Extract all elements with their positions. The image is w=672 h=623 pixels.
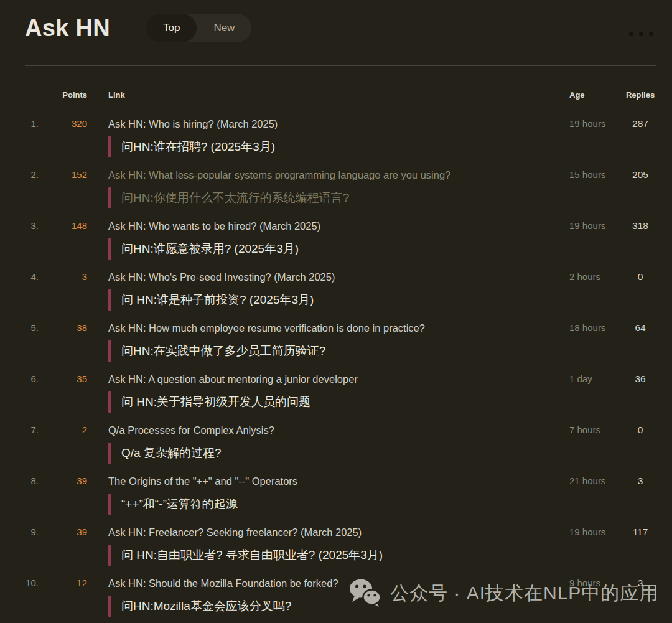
story-row: 2. 152 Ask HN: What less-popular systems… xyxy=(0,157,672,208)
story-replies-count[interactable]: 3 xyxy=(624,576,656,591)
story-points: 320 xyxy=(39,116,87,131)
story-age: 15 hours xyxy=(569,167,624,182)
story-points: 39 xyxy=(39,525,87,540)
translation-text: 问 HN:谁是种子前投资? (2025年3月) xyxy=(121,289,314,311)
story-age: 19 hours xyxy=(569,525,624,540)
story-title-link[interactable]: Ask HN: How much employee resume verific… xyxy=(108,321,569,335)
story-row: 9. 39 Ask HN: Freelancer? Seeking freela… xyxy=(0,515,672,566)
story-rank: 8. xyxy=(25,474,39,489)
story-rank: 2. xyxy=(25,167,39,182)
story-title-link[interactable]: Ask HN: A question about mentoring a jun… xyxy=(108,372,569,386)
story-translation: 问HN:在实践中做了多少员工简历验证? xyxy=(108,340,569,362)
story-replies-count[interactable]: 0 xyxy=(624,423,656,438)
story-row: 6. 35 Ask HN: A question about mentoring… xyxy=(0,362,672,413)
translation-accent-bar xyxy=(108,136,111,157)
story-age: 9 hours xyxy=(569,576,624,591)
ask-hn-app: Ask HN Top New Points Link Age Replies 1… xyxy=(0,0,672,617)
translation-text: Q/a 复杂解的过程? xyxy=(121,443,221,464)
dot-icon xyxy=(639,32,643,36)
story-rank: 9. xyxy=(25,525,39,540)
translation-text: 问HN:谁愿意被录用? (2025年3月) xyxy=(121,238,299,260)
story-translation: 问HN:谁在招聘? (2025年3月) xyxy=(108,136,569,157)
tab-new[interactable]: New xyxy=(197,14,251,42)
story-row: 8. 39 The Origins of the "++" and "--" O… xyxy=(0,464,672,515)
story-replies-count[interactable]: 205 xyxy=(624,167,656,182)
story-row: 7. 2 Q/a Processes for Complex Anlysis? … xyxy=(0,413,672,464)
translation-accent-bar xyxy=(108,391,111,413)
story-translation: 问HN:你使用什么不太流行的系统编程语言? xyxy=(108,187,569,208)
dot-icon xyxy=(649,32,653,36)
story-rank: 1. xyxy=(25,116,39,131)
translation-accent-bar xyxy=(108,238,111,260)
translation-accent-bar xyxy=(108,443,111,464)
story-row: 4. 3 Ask HN: Who's Pre-seed Investing? (… xyxy=(0,260,672,311)
story-title-link[interactable]: Q/a Processes for Complex Anlysis? xyxy=(108,423,569,438)
translation-accent-bar xyxy=(108,340,111,362)
story-rank: 4. xyxy=(25,269,39,284)
dot-icon xyxy=(629,32,633,36)
story-translation: 问HN:谁愿意被录用? (2025年3月) xyxy=(108,238,569,260)
story-age: 7 hours xyxy=(569,423,624,438)
story-replies-count[interactable]: 0 xyxy=(624,269,656,284)
column-header-replies: Replies xyxy=(624,90,656,100)
story-replies-count[interactable]: 318 xyxy=(624,218,656,233)
story-age: 21 hours xyxy=(569,474,624,489)
translation-accent-bar xyxy=(108,187,111,208)
translation-text: 问HN:你使用什么不太流行的系统编程语言? xyxy=(121,187,349,208)
story-points: 12 xyxy=(39,576,87,591)
translation-accent-bar xyxy=(108,494,111,515)
story-rank: 6. xyxy=(25,372,39,386)
translation-text: 问 HN:关于指导初级开发人员的问题 xyxy=(121,391,310,413)
story-points: 38 xyxy=(39,321,87,335)
translation-text: “++”和“-”运算符的起源 xyxy=(121,494,238,515)
story-translation: Q/a 复杂解的过程? xyxy=(108,443,569,464)
story-title-link[interactable]: Ask HN: What less-popular systems progra… xyxy=(108,167,569,182)
story-row: 10. 12 Ask HN: Should the Mozilla Founda… xyxy=(0,566,672,617)
column-header-link: Link xyxy=(108,90,569,100)
feed-tabs: Top New xyxy=(146,14,251,42)
story-rank: 3. xyxy=(25,218,39,233)
story-points: 39 xyxy=(39,474,87,489)
table-header: Points Link Age Replies xyxy=(0,66,672,100)
translation-accent-bar xyxy=(108,289,111,311)
column-header-points: Points xyxy=(39,90,87,100)
tab-top[interactable]: Top xyxy=(146,14,197,42)
more-options-button[interactable] xyxy=(628,28,655,40)
story-points: 148 xyxy=(39,218,87,233)
story-replies-count[interactable]: 36 xyxy=(624,372,656,386)
story-replies-count[interactable]: 64 xyxy=(624,321,656,335)
story-rank: 5. xyxy=(25,321,39,335)
story-points: 152 xyxy=(39,167,87,182)
story-title-link[interactable]: Ask HN: Freelancer? Seeking freelancer? … xyxy=(108,525,569,540)
story-age: 1 day xyxy=(569,372,624,386)
story-translation: 问 HN:谁是种子前投资? (2025年3月) xyxy=(108,289,569,311)
story-row: 5. 38 Ask HN: How much employee resume v… xyxy=(0,311,672,362)
column-header-age: Age xyxy=(569,90,624,100)
story-title-link[interactable]: The Origins of the "++" and "--" Operato… xyxy=(108,474,569,489)
app-header: Ask HN Top New xyxy=(0,0,672,42)
story-title-link[interactable]: Ask HN: Who's Pre-seed Investing? (March… xyxy=(108,269,569,284)
story-age: 19 hours xyxy=(569,218,624,233)
translation-text: 问HN:在实践中做了多少员工简历验证? xyxy=(121,340,325,362)
story-title-link[interactable]: Ask HN: Should the Mozilla Foundation be… xyxy=(108,576,569,591)
story-replies-count[interactable]: 3 xyxy=(624,474,656,489)
story-rank: 7. xyxy=(25,423,39,438)
translation-accent-bar xyxy=(108,596,111,617)
translation-text: 问 HN:自由职业者? 寻求自由职业者? (2025年3月) xyxy=(121,545,383,566)
story-translation: “++”和“-”运算符的起源 xyxy=(108,494,569,515)
story-translation: 问 HN:关于指导初级开发人员的问题 xyxy=(108,391,569,413)
story-translation: 问HN:Mozilla基金会应该分叉吗? xyxy=(108,596,569,617)
story-title-link[interactable]: Ask HN: Who wants to be hired? (March 20… xyxy=(108,218,569,233)
story-age: 2 hours xyxy=(569,269,624,284)
story-replies-count[interactable]: 117 xyxy=(624,525,656,540)
story-replies-count[interactable]: 287 xyxy=(624,116,656,131)
translation-text: 问HN:谁在招聘? (2025年3月) xyxy=(121,136,275,157)
story-row: 1. 320 Ask HN: Who is hiring? (March 202… xyxy=(0,106,672,157)
story-points: 2 xyxy=(39,423,87,438)
table-body: 1. 320 Ask HN: Who is hiring? (March 202… xyxy=(0,100,672,617)
story-title-link[interactable]: Ask HN: Who is hiring? (March 2025) xyxy=(108,116,569,131)
page-title: Ask HN xyxy=(25,15,110,42)
translation-accent-bar xyxy=(108,545,111,566)
story-row: 3. 148 Ask HN: Who wants to be hired? (M… xyxy=(0,208,672,260)
story-translation: 问 HN:自由职业者? 寻求自由职业者? (2025年3月) xyxy=(108,545,569,566)
